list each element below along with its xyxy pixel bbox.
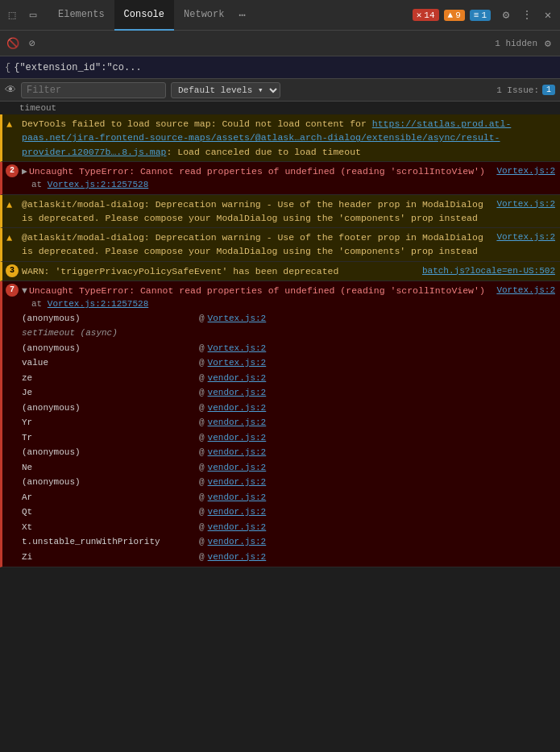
- log-entry-typeerror-7: 7 Vortex.js:2 ▼Uncaught TypeError: Canno…: [0, 281, 560, 567]
- console-icons: 🚫 ⊘: [5, 35, 40, 52]
- tab-bar: ⬚ ▭ Elements Console Network ⋯ ✕ 14 ▲ 9 …: [0, 0, 560, 31]
- call-row-ne: Ne @ vendor.js:2: [22, 460, 555, 476]
- error-counter-2: 2: [6, 164, 19, 177]
- warn-badge[interactable]: ▲ 9: [444, 10, 465, 21]
- call-link-vendor-1[interactable]: vendor.js:2: [208, 372, 267, 385]
- call-row-tr: Tr @ vendor.js:2: [22, 430, 555, 446]
- prompt-icon: {: [5, 62, 10, 73]
- call-link-vendor-10[interactable]: vendor.js:2: [208, 505, 267, 519]
- call-row-anonymous-4: (anonymous) @ vendor.js:2: [22, 445, 555, 460]
- tab-console[interactable]: Console: [114, 0, 174, 31]
- call-row-settimeout: setTimeout (async): [22, 326, 555, 341]
- call-link-vendor-11[interactable]: vendor.js:2: [208, 521, 267, 534]
- issue-badge: 1 Issue: 1: [496, 85, 555, 95]
- vortex-link-3[interactable]: Vortex.js:2: [496, 231, 555, 244]
- warn-triangle-icon: ▲: [6, 118, 12, 132]
- vortex-link-4[interactable]: Vortex.js:2: [496, 284, 555, 297]
- more-vert-icon[interactable]: ⋮: [518, 6, 536, 24]
- error-counter-7: 7: [6, 284, 19, 297]
- batch-link[interactable]: batch.js?locale=en-US:502: [422, 264, 555, 278]
- eye-icon[interactable]: 👁: [5, 84, 16, 97]
- call-row-qt: Qt @ vendor.js:2: [22, 505, 555, 520]
- call-link-vendor-9[interactable]: vendor.js:2: [208, 491, 267, 505]
- console-input-row[interactable]: {: [0, 56, 560, 79]
- error-x-icon: ✕: [417, 10, 422, 20]
- console-output[interactable]: timeout ▲ DevTools failed to load source…: [0, 102, 560, 752]
- close-devtools-icon[interactable]: ✕: [539, 6, 557, 24]
- vortex-stack-link-1[interactable]: Vortex.js:2:1257528: [48, 180, 148, 189]
- call-row-xt: Xt @ vendor.js:2: [22, 520, 555, 535]
- settings-gear-icon[interactable]: ⚙: [497, 6, 515, 24]
- tab-elements[interactable]: Elements: [48, 0, 114, 31]
- filter-row: 👁 Default levels ▾ Verbose Info Warnings…: [0, 79, 560, 102]
- call-row-zi: Zi @ vendor.js:2: [22, 550, 555, 565]
- info-badge[interactable]: ≡ 1: [470, 10, 491, 21]
- call-link-vendor-4[interactable]: vendor.js:2: [208, 416, 267, 430]
- call-row-anonymous-5: (anonymous) @ vendor.js:2: [22, 475, 555, 490]
- call-link-vendor-7[interactable]: vendor.js:2: [208, 461, 267, 475]
- call-link-vendor-8[interactable]: vendor.js:2: [208, 476, 267, 489]
- tab-badges: ✕ 14 ▲ 9 ≡ 1: [413, 9, 491, 21]
- level-select[interactable]: Default levels ▾ Verbose Info Warnings E…: [171, 82, 280, 98]
- call-link-vendor-5[interactable]: vendor.js:2: [208, 431, 267, 445]
- log-entry-atlaskit-warn-2: ▲ Vortex.js:2 @atlaskit/modal-dialog: De…: [0, 228, 560, 262]
- call-link-vortex-2[interactable]: Vortex.js:2: [208, 342, 267, 355]
- call-link-vendor-3[interactable]: vendor.js:2: [208, 401, 267, 415]
- warn-triangle-icon: ▲: [448, 10, 454, 20]
- sourcemap-link[interactable]: https://statlas.prod.atl-paas.net/jira-f…: [22, 118, 511, 157]
- vortex-stack-link-2[interactable]: Vortex.js:2:1257528: [48, 299, 148, 309]
- console-toolbar: 🚫 ⊘ 1 hidden ⚙: [0, 31, 560, 56]
- call-link-vendor-12[interactable]: vendor.js:2: [208, 535, 267, 549]
- log-entry-sourcemap-warning: ▲ DevTools failed to load source map: Co…: [0, 114, 560, 162]
- expand-icon[interactable]: ▶: [22, 166, 27, 177]
- call-row-yr: Yr @ vendor.js:2: [22, 415, 555, 430]
- expand-arrow-7[interactable]: ▼: [22, 285, 27, 296]
- vortex-link-1[interactable]: Vortex.js:2: [496, 164, 555, 178]
- log-entry-atlaskit-warn-1: ▲ Vortex.js:2 @atlaskit/modal-dialog: De…: [0, 195, 560, 229]
- warn-counter-3: 3: [6, 264, 19, 277]
- call-row-ze: ze @ vendor.js:2: [22, 371, 555, 386]
- call-row-anonymous-3: (anonymous) @ vendor.js:2: [22, 401, 555, 416]
- device-icon[interactable]: ▭: [24, 6, 42, 24]
- issue-count: 1: [542, 85, 555, 95]
- tab-actions: ⚙ ⋮ ✕: [497, 6, 557, 24]
- call-link-vendor-6[interactable]: vendor.js:2: [208, 446, 267, 459]
- call-link-vortex-1[interactable]: Vortex.js:2: [208, 312, 267, 326]
- devtools-panel-icons: ⬚ ▭: [3, 6, 42, 24]
- error-badge[interactable]: ✕ 14: [413, 9, 439, 21]
- filter-input[interactable]: [21, 82, 166, 98]
- call-row-anonymous-2: (anonymous) @ Vortex.js:2: [22, 341, 555, 356]
- hidden-badge: 1 hidden ⚙: [495, 36, 555, 51]
- call-link-vortex-3[interactable]: Vortex.js:2: [208, 356, 267, 370]
- console-input[interactable]: [14, 62, 555, 73]
- info-icon: ≡: [474, 10, 479, 20]
- call-row-ar: Ar @ vendor.js:2: [22, 490, 555, 505]
- hidden-gear-icon[interactable]: ⚙: [541, 36, 555, 51]
- vortex-link-2[interactable]: Vortex.js:2: [496, 197, 555, 211]
- log-entry-privacy-warn: 3 batch.js?locale=en-US:502 WARN: 'trigg…: [0, 262, 560, 281]
- stop-icon[interactable]: ⊘: [24, 35, 40, 52]
- log-entry-timeout: timeout: [0, 102, 560, 114]
- clear-console-icon[interactable]: 🚫: [5, 35, 21, 52]
- call-link-vendor-2[interactable]: vendor.js:2: [208, 386, 267, 400]
- tab-network[interactable]: Network: [174, 0, 234, 31]
- call-row-value: value @ Vortex.js:2: [22, 355, 555, 371]
- log-entry-typeerror-2: 2 Vortex.js:2 ▶Uncaught TypeError: Canno…: [0, 162, 560, 195]
- warn-triangle-icon-3: ▲: [6, 231, 12, 246]
- call-row-je: Je @ vendor.js:2: [22, 385, 555, 401]
- call-row-anonymous-1: (anonymous) @ Vortex.js:2: [22, 311, 555, 326]
- inspect-icon[interactable]: ⬚: [3, 6, 21, 24]
- tab-more-button[interactable]: ⋯: [234, 0, 250, 31]
- warn-triangle-icon-2: ▲: [6, 198, 12, 213]
- call-link-vendor-13[interactable]: vendor.js:2: [208, 550, 267, 564]
- call-row-runwithpriority: t.unstable_runWithPriority @ vendor.js:2: [22, 534, 555, 550]
